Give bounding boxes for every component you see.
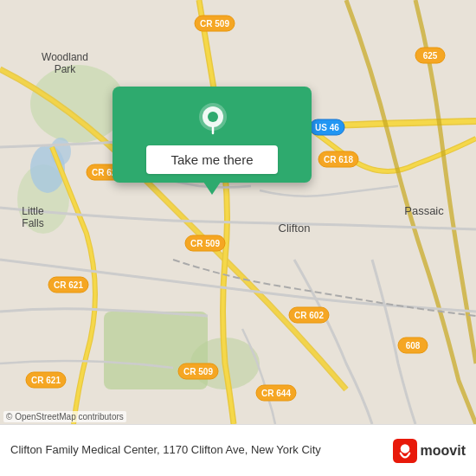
svg-text:Little: Little [22, 205, 44, 217]
moovit-text: moovit [421, 443, 466, 459]
location-info-text: Clifton Family Medical Center, 1170 Clif… [10, 443, 384, 458]
location-pin-icon [195, 100, 229, 135]
svg-text:CR 509: CR 509 [200, 19, 229, 29]
map-copyright: © OpenStreetMap contributors [3, 411, 126, 422]
info-bar: Clifton Family Medical Center, 1170 Clif… [0, 424, 476, 476]
svg-point-41 [400, 444, 409, 453]
svg-text:Passaic: Passaic [404, 204, 444, 217]
map-container[interactable]: CR 509 US 46 CR 509 CR 509 CR 621 CR 621… [0, 0, 476, 424]
svg-text:Falls: Falls [22, 217, 43, 229]
svg-text:Clifton: Clifton [279, 222, 311, 235]
svg-text:CR 509: CR 509 [190, 239, 220, 248]
svg-point-39 [208, 112, 218, 122]
moovit-logo-icon [393, 439, 417, 463]
svg-text:625: 625 [423, 51, 438, 61]
svg-text:608: 608 [406, 341, 421, 351]
svg-point-1 [30, 65, 125, 143]
location-popup: Take me there [113, 87, 312, 183]
moovit-logo: moovit [393, 439, 466, 463]
svg-text:CR 621: CR 621 [31, 376, 61, 385]
svg-text:Woodland: Woodland [42, 51, 88, 63]
take-me-there-button[interactable]: Take me there [146, 145, 277, 174]
svg-text:CR 644: CR 644 [261, 389, 291, 398]
svg-text:CR 509: CR 509 [183, 367, 213, 376]
svg-text:US 46: US 46 [315, 123, 339, 132]
svg-text:CR 618: CR 618 [324, 155, 353, 164]
svg-text:CR 621: CR 621 [54, 280, 83, 290]
svg-text:CR 602: CR 602 [294, 311, 324, 320]
svg-text:Park: Park [55, 63, 77, 75]
